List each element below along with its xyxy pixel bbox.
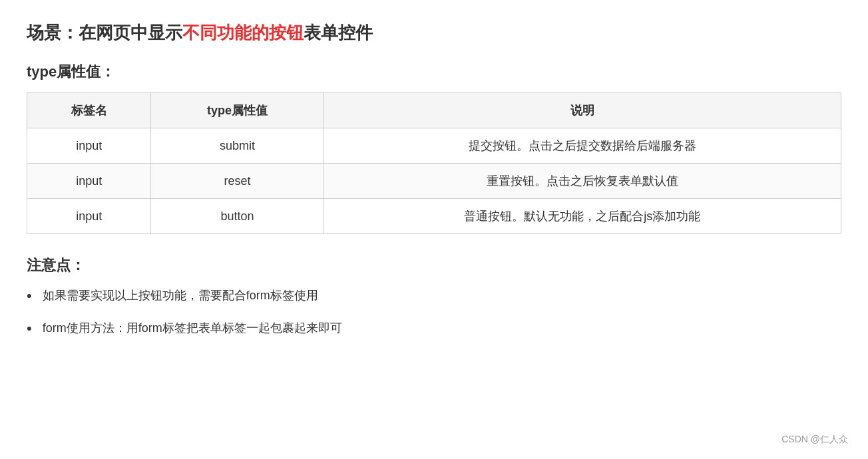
type-section-label: type属性值： [27,62,841,82]
cell-type-2: button [151,199,324,234]
scene-title: 场景：在网页中显示不同功能的按钮表单控件 [27,20,841,46]
cell-description-2: 普通按钮。默认无功能，之后配合js添加功能 [324,199,841,234]
cell-type-1: reset [151,164,324,199]
col-header-tag: 标签名 [27,93,151,128]
cell-tag-0: input [27,128,151,164]
scene-title-prefix: 场景：在网页中显示 [27,23,182,43]
table-row: inputsubmit提交按钮。点击之后提交数据给后端服务器 [27,128,841,164]
notes-title: 注意点： [27,255,841,275]
cell-tag-2: input [27,199,151,234]
scene-title-highlight: 不同功能的按钮 [182,23,304,43]
col-header-type: type属性值 [151,93,324,128]
table-body: inputsubmit提交按钮。点击之后提交数据给后端服务器inputreset… [27,128,841,234]
table-header-row: 标签名 type属性值 说明 [27,93,841,128]
notes-item-1: form使用方法：用form标签把表单标签一起包裹起来即可 [27,319,841,339]
type-attributes-table: 标签名 type属性值 说明 inputsubmit提交按钮。点击之后提交数据给… [27,92,841,234]
cell-tag-1: input [27,164,151,199]
cell-description-0: 提交按钮。点击之后提交数据给后端服务器 [324,128,841,164]
notes-item-0: 如果需要实现以上按钮功能，需要配合form标签使用 [27,286,841,307]
cell-description-1: 重置按钮。点击之后恢复表单默认值 [324,164,841,199]
table-row: inputbutton普通按钮。默认无功能，之后配合js添加功能 [27,199,841,234]
notes-list: 如果需要实现以上按钮功能，需要配合form标签使用form使用方法：用form标… [27,286,841,339]
table-row: inputreset重置按钮。点击之后恢复表单默认值 [27,164,841,199]
scene-title-suffix: 表单控件 [304,23,373,43]
table-header: 标签名 type属性值 说明 [27,93,841,128]
cell-type-0: submit [151,128,324,164]
col-header-description: 说明 [324,93,841,128]
